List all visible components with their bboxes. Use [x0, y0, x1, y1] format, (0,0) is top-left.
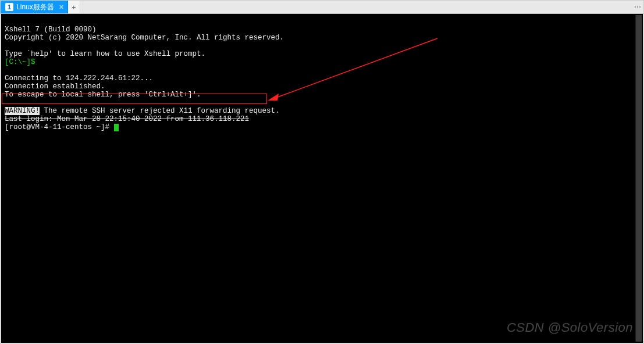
line-connecting: Connecting to 124.222.244.61:22...: [5, 74, 153, 83]
tabbar-spacer: [80, 1, 632, 13]
dots-icon: ⋯: [634, 3, 641, 11]
line-escape: To escape to local shell, press 'Ctrl+Al…: [5, 91, 201, 99]
scrollbar-thumb[interactable]: [636, 15, 642, 342]
local-prompt: [C:\~]$: [5, 58, 35, 66]
add-tab-button[interactable]: +: [68, 1, 80, 13]
line-copyright: Copyright (c) 2020 NetSarang Computer, I…: [5, 34, 284, 42]
terminal[interactable]: Xshell 7 (Build 0090) Copyright (c) 2020…: [1, 14, 643, 343]
line-warning: WARNING! The remote SSH server rejected …: [5, 107, 280, 115]
line-title: Xshell 7 (Build 0090): [5, 26, 97, 34]
tab-bar: 1 Linux服务器 ✕ + ⋯: [1, 1, 643, 14]
app-window: 1 Linux服务器 ✕ + ⋯ Xshell 7 (Build 0090) C…: [0, 0, 644, 344]
vertical-scrollbar[interactable]: [635, 15, 642, 342]
line-established: Connection established.: [5, 83, 105, 91]
line-last-login: Last login: Mon Mar 28 22:15:40 2022 fro…: [5, 115, 249, 123]
close-icon[interactable]: ✕: [59, 4, 64, 10]
remote-prompt: [root@VM-4-11-centos ~]#: [5, 123, 114, 131]
tabbar-menu-button[interactable]: ⋯: [632, 1, 643, 13]
line-remote-prompt: [root@VM-4-11-centos ~]#: [5, 123, 119, 131]
tab-title: Linux服务器: [16, 2, 54, 12]
warning-badge: WARNING!: [5, 107, 40, 115]
line-help: Type `help' to learn how to use Xshell p…: [5, 50, 205, 58]
plus-icon: +: [72, 3, 76, 12]
tab-index-badge: 1: [5, 3, 13, 11]
session-tab[interactable]: 1 Linux服务器 ✕: [1, 1, 68, 13]
warning-text: The remote SSH server rejected X11 forwa…: [40, 107, 280, 115]
cursor-block: [114, 124, 119, 131]
